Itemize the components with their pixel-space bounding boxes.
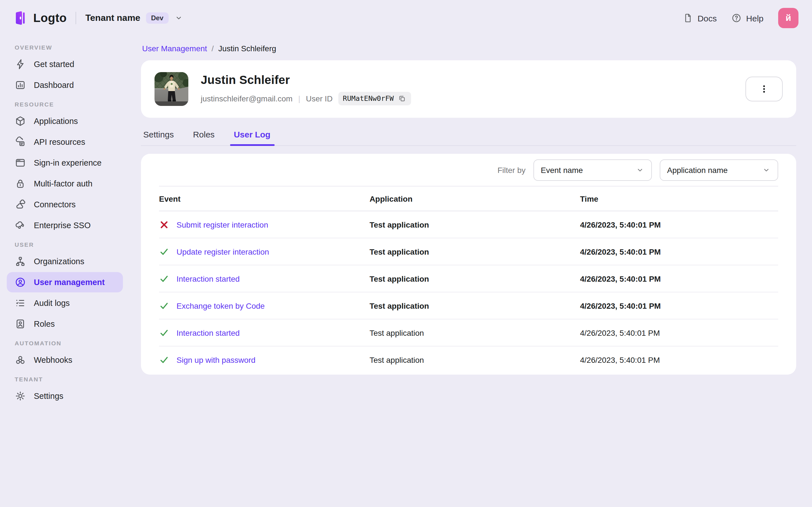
document-icon bbox=[683, 13, 693, 23]
webhook-icon bbox=[15, 354, 26, 365]
filter-row: Filter by Event name Application name bbox=[159, 154, 778, 186]
user-name: Justin Schleifer bbox=[201, 73, 411, 87]
sidebar-item-label: Organizations bbox=[34, 257, 84, 266]
event-link[interactable]: Sign up with password bbox=[176, 355, 255, 364]
sidebar-item-sign-in-experience[interactable]: Sign-in experience bbox=[7, 153, 123, 173]
time-cell: 4/26/2023, 5:40:01 PM bbox=[580, 355, 778, 364]
user-id-chip: RUMatENw0rFW bbox=[338, 92, 411, 105]
time-cell: 4/26/2023, 5:40:01 PM bbox=[580, 220, 778, 229]
event-link[interactable]: Submit register interaction bbox=[176, 220, 268, 229]
log-table-row: Sign up with password Test application 4… bbox=[159, 346, 778, 374]
sidebar-item-label: Roles bbox=[34, 320, 55, 328]
copy-icon[interactable] bbox=[398, 94, 407, 103]
breadcrumb-user-management[interactable]: User Management bbox=[142, 44, 207, 53]
application-cell: Test application bbox=[370, 247, 580, 256]
gear-icon bbox=[15, 390, 26, 402]
sidebar-item-applications[interactable]: Applications bbox=[7, 111, 123, 131]
event-link[interactable]: Interaction started bbox=[176, 274, 240, 283]
cube-icon bbox=[15, 115, 26, 127]
application-cell: Test application bbox=[370, 328, 580, 337]
filter-dropdown-application-name[interactable]: Application name bbox=[660, 159, 778, 180]
sidebar-item-label: Applications bbox=[34, 117, 78, 126]
sidebar-item-settings[interactable]: Settings bbox=[7, 386, 123, 406]
success-check-icon bbox=[159, 300, 169, 311]
docs-button[interactable]: Docs bbox=[683, 13, 717, 23]
lightning-icon bbox=[15, 59, 26, 70]
filter-dropdown-event-name[interactable]: Event name bbox=[534, 159, 652, 180]
sso-icon bbox=[15, 220, 26, 231]
clouds-icon bbox=[15, 199, 26, 210]
tab-user-log[interactable]: User Log bbox=[233, 126, 271, 145]
column-header-event: Event bbox=[159, 194, 370, 203]
sidebar-item-label: Multi-factor auth bbox=[34, 179, 93, 188]
sidebar-section: USER Organizations User management Audit… bbox=[0, 241, 130, 334]
sidebar-section-label: AUTOMATION bbox=[15, 340, 130, 346]
tab-settings[interactable]: Settings bbox=[142, 126, 175, 145]
sidebar-item-audit-logs[interactable]: Audit logs bbox=[7, 293, 123, 313]
success-check-icon bbox=[159, 246, 169, 257]
user-id-value: RUMatENw0rFW bbox=[343, 94, 394, 103]
more-actions-button[interactable] bbox=[746, 76, 783, 101]
sidebar-item-user-management[interactable]: User management bbox=[7, 272, 123, 292]
user-header-card: Justin Schleifer justinschleifer@gmail.c… bbox=[141, 60, 796, 118]
breadcrumb-separator: / bbox=[211, 44, 214, 53]
sidebar-item-label: Connectors bbox=[34, 200, 75, 209]
column-header-time: Time bbox=[580, 194, 778, 203]
sidebar-item-api-resources[interactable]: API resources bbox=[7, 132, 123, 152]
event-link[interactable]: Exchange token by Code bbox=[176, 301, 265, 310]
time-cell: 4/26/2023, 5:40:01 PM bbox=[580, 247, 778, 256]
topbar-actions: Docs Help й bbox=[683, 8, 799, 28]
sidebar-section: OVERVIEW Get started Dashboard bbox=[0, 44, 130, 95]
chevron-down-icon bbox=[174, 13, 183, 22]
event-link[interactable]: Update register interaction bbox=[176, 247, 269, 256]
logo-wordmark: Logto bbox=[33, 11, 67, 25]
log-table-row: Exchange token by Code Test application … bbox=[159, 292, 778, 320]
sidebar-item-enterprise-sso[interactable]: Enterprise SSO bbox=[7, 215, 123, 235]
help-label: Help bbox=[746, 13, 763, 23]
sidebar-item-label: Sign-in experience bbox=[34, 158, 101, 167]
application-cell: Test application bbox=[370, 274, 580, 283]
sidebar-item-organizations[interactable]: Organizations bbox=[7, 251, 123, 272]
sidebar-section-label: USER bbox=[15, 241, 130, 248]
time-cell: 4/26/2023, 5:40:01 PM bbox=[580, 274, 778, 283]
event-link[interactable]: Interaction started bbox=[176, 328, 240, 337]
log-table-row: Submit register interaction Test applica… bbox=[159, 211, 778, 238]
browser-icon bbox=[15, 157, 26, 168]
help-icon bbox=[731, 13, 742, 23]
log-table-row: Interaction started Test application 4/2… bbox=[159, 320, 778, 346]
topbar-divider bbox=[76, 12, 77, 24]
sidebar-section: RESOURCE Applications API resources Sign… bbox=[0, 101, 130, 235]
sidebar-item-webhooks[interactable]: Webhooks bbox=[7, 350, 123, 370]
tab-label: User Log bbox=[234, 129, 270, 139]
sidebar-item-dashboard[interactable]: Dashboard bbox=[7, 75, 123, 95]
help-button[interactable]: Help bbox=[731, 13, 763, 23]
tenant-selector[interactable]: Tenant name Dev bbox=[86, 12, 183, 24]
tab-label: Settings bbox=[143, 129, 174, 139]
application-cell: Test application bbox=[370, 220, 580, 229]
sidebar-item-label: Settings bbox=[34, 392, 63, 400]
sidebar-section: AUTOMATION Webhooks bbox=[0, 340, 130, 370]
logto-logo: Logto bbox=[12, 10, 67, 26]
user-avatar bbox=[154, 72, 188, 106]
sidebar-item-get-started[interactable]: Get started bbox=[7, 54, 123, 74]
log-table-row: Update register interaction Test applica… bbox=[159, 238, 778, 265]
sidebar-item-multi-factor-auth[interactable]: Multi-factor auth bbox=[7, 173, 123, 194]
tab-roles[interactable]: Roles bbox=[192, 126, 216, 145]
filter-by-label: Filter by bbox=[497, 165, 525, 174]
lock-icon bbox=[15, 178, 26, 189]
user-id-label: User ID bbox=[306, 94, 333, 103]
user-detail-tabs: SettingsRolesUser Log bbox=[141, 126, 796, 146]
kebab-icon bbox=[759, 84, 769, 94]
sidebar-item-roles[interactable]: Roles bbox=[7, 314, 123, 334]
user-circle-icon bbox=[15, 277, 26, 288]
application-cell: Test application bbox=[370, 301, 580, 310]
sidebar-section-label: TENANT bbox=[15, 376, 130, 383]
env-badge: Dev bbox=[146, 12, 168, 24]
sidebar-item-connectors[interactable]: Connectors bbox=[7, 194, 123, 215]
sidebar-section-label: OVERVIEW bbox=[15, 44, 130, 51]
success-check-icon bbox=[159, 328, 169, 338]
topbar: Logto Tenant name Dev Docs Help й bbox=[0, 0, 812, 36]
sidebar-item-label: Audit logs bbox=[34, 298, 70, 307]
sidebar-item-label: Dashboard bbox=[34, 80, 74, 90]
account-avatar[interactable]: й bbox=[778, 8, 799, 28]
